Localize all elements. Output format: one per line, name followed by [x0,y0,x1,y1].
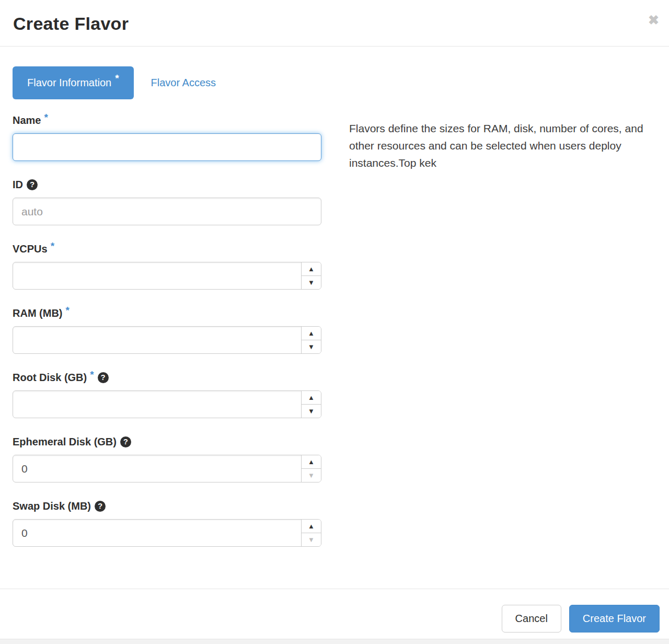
create-flavor-modal: Create Flavor ✖ Flavor Information * Fla… [0,0,669,644]
number-spinner: ▲ ▼ [301,262,321,289]
field-label: Name [13,114,41,126]
help-icon[interactable]: ? [95,501,106,512]
arrow-down-icon: ▼ [308,279,315,286]
form-field-swap-disk-mb: Swap Disk (MB) ? ▲ ▼ [13,500,321,547]
tab-label: Flavor Information [27,77,111,89]
input-wrap: ▲ ▼ [13,455,321,482]
form-field-vcpus: VCPUs * ▲ ▼ [13,243,321,290]
spinner-up-button[interactable]: ▲ [301,391,321,405]
spinner-down-button: ▼ [301,533,321,547]
create-flavor-button[interactable]: Create Flavor [569,605,660,632]
field-input[interactable] [13,390,321,418]
help-icon[interactable]: ? [120,436,131,447]
input-wrap: ▲ ▼ [13,326,321,354]
modal-body: Flavor Information * Flavor Access Name … [0,47,669,589]
help-icon[interactable]: ? [27,179,38,190]
arrow-up-icon: ▲ [308,523,315,530]
arrow-down-icon: ▼ [308,472,315,479]
input-wrap: ▲ ▼ [13,262,321,290]
required-asterisk: * [115,73,119,84]
flavor-description-text: Flavors define the sizes for RAM, disk, … [349,114,653,564]
arrow-down-icon: ▼ [308,536,315,543]
form-field-ram-mb: RAM (MB) * ▲ ▼ [13,307,321,354]
form-field-id: ID ? [13,178,321,225]
spinner-down-button[interactable]: ▼ [301,405,321,418]
arrow-down-icon: ▼ [308,408,315,415]
number-spinner: ▲ ▼ [301,327,321,353]
field-input[interactable] [13,262,321,290]
arrow-up-icon: ▲ [308,458,315,465]
field-input[interactable] [13,519,321,547]
page-title: Create Flavor [13,14,656,33]
arrow-up-icon: ▲ [308,394,315,401]
number-spinner: ▲ ▼ [301,520,321,546]
modal-header: Create Flavor ✖ [0,0,669,47]
field-input[interactable] [13,326,321,354]
field-label: Root Disk (GB) [13,371,87,384]
number-spinner: ▲ ▼ [301,455,321,482]
field-input[interactable] [13,198,321,225]
form-field-ephemeral-disk-gb: Ephemeral Disk (GB) ? ▲ ▼ [13,435,321,482]
field-input[interactable] [13,133,321,161]
field-label: VCPUs [13,243,48,255]
input-wrap [13,133,321,161]
required-asterisk: * [66,305,70,315]
spinner-up-button[interactable]: ▲ [301,455,321,469]
required-asterisk: * [90,370,94,380]
arrow-down-icon: ▼ [308,343,315,350]
cancel-button[interactable]: Cancel [502,605,561,632]
tab-flavor-access[interactable]: Flavor Access [151,77,216,89]
spinner-up-button[interactable]: ▲ [301,327,321,340]
spinner-up-button[interactable]: ▲ [301,520,321,533]
number-spinner: ▲ ▼ [301,391,321,418]
spinner-down-button[interactable]: ▼ [301,276,321,290]
form-field-name: Name * [13,114,321,161]
field-input[interactable] [13,455,321,482]
arrow-up-icon: ▲ [308,266,315,272]
tab-bar: Flavor Information * Flavor Access [13,66,656,99]
modal-footer: Cancel Create Flavor [0,589,669,639]
field-label: ID [13,178,23,191]
help-icon[interactable]: ? [98,372,109,383]
spinner-down-button[interactable]: ▼ [301,340,321,354]
input-wrap: ▲ ▼ [13,519,321,547]
tab-flavor-information[interactable]: Flavor Information * [13,66,134,99]
required-asterisk: * [51,241,54,251]
arrow-up-icon: ▲ [308,330,315,337]
field-label: Swap Disk (MB) [13,500,91,512]
close-icon[interactable]: ✖ [648,14,659,27]
form-field-root-disk-gb: Root Disk (GB) * ? ▲ ▼ [13,371,321,418]
field-label: RAM (MB) [13,307,63,319]
spinner-down-button: ▼ [301,469,321,482]
spinner-up-button[interactable]: ▲ [301,262,321,276]
input-wrap: ▲ ▼ [13,390,321,418]
page-background-strip [0,639,669,644]
required-asterisk: * [44,112,48,122]
input-wrap [13,198,321,225]
form-column: Name * ID ? VCPUs * ▲ ▼ [13,114,321,564]
form-columns: Name * ID ? VCPUs * ▲ ▼ [13,114,656,564]
field-label: Ephemeral Disk (GB) [13,435,117,448]
